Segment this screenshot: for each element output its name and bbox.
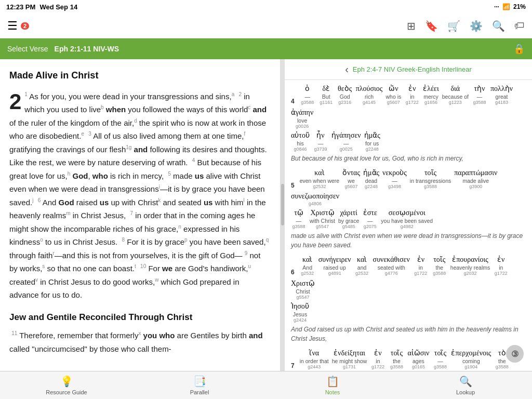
strongs: g2032 bbox=[464, 271, 477, 276]
back-button[interactable]: ‹ bbox=[345, 63, 349, 75]
english-trans: his bbox=[297, 140, 303, 147]
greek-text: καὶ bbox=[302, 255, 312, 264]
strongs: g4982 bbox=[401, 224, 414, 229]
scroll-indicator-button[interactable]: ③ bbox=[506, 345, 524, 363]
english-trans: in bbox=[499, 264, 503, 271]
greek-text: ὄντας bbox=[342, 168, 360, 177]
tab-resource-guide[interactable]: 💡 Resource Guide bbox=[0, 371, 133, 399]
greek-text: ἦν bbox=[316, 131, 324, 140]
greek-text: τοῖς bbox=[434, 349, 446, 357]
english-trans: Christ bbox=[296, 288, 310, 295]
greek-line: τῷ—g3588 Χριστῷwith Christg5547 χάριτίby… bbox=[291, 208, 526, 229]
english-trans: love bbox=[297, 117, 307, 124]
greek-word: δὲButg1161 bbox=[318, 84, 334, 105]
library-icon[interactable]: ⊞ bbox=[407, 20, 416, 32]
wifi-icon: 📶 bbox=[502, 3, 510, 10]
cart-icon[interactable]: 🛒 bbox=[447, 20, 460, 32]
chapter-num: 2 bbox=[9, 91, 21, 113]
bookmark-icon[interactable]: 🔖 bbox=[425, 20, 438, 32]
english-trans: rich bbox=[365, 94, 374, 100]
greek-line: 4 ὁ—g3588 δὲButg1161 θεὸςGodg2316 πλούσι… bbox=[291, 84, 526, 129]
english-trans: raised up bbox=[324, 264, 346, 271]
greek-text: τὴν bbox=[474, 84, 485, 93]
scroll-thumb bbox=[281, 184, 284, 225]
greek-text: Ἰησοῦ bbox=[291, 302, 309, 311]
tab-notes-label: Notes bbox=[325, 389, 340, 395]
strongs: g1722 bbox=[414, 271, 427, 276]
status-date: Wed Sep 14 bbox=[39, 3, 77, 11]
greek-word: νεκροὺς—g3498 bbox=[382, 168, 407, 189]
greek-word: ἐνδείξηταιhe might showg1731 bbox=[332, 349, 367, 369]
parallel-icon: 📑 bbox=[193, 375, 206, 388]
strongs: g2443 bbox=[308, 364, 321, 369]
greek-line: 7 ἵναin order thatg2443 ἐνδείξηταιhe mig… bbox=[291, 349, 526, 369]
strongs: g1731 bbox=[343, 364, 356, 369]
tab-resource-guide-label: Resource Guide bbox=[46, 389, 87, 395]
tab-bar: 💡 Resource Guide 📑 Parallel 📋 Notes 🔍 Lo… bbox=[0, 371, 532, 399]
right-panel: ‹ Eph 2:4-7 NIV Greek-English Interlinea… bbox=[285, 59, 532, 371]
greek-word: καὶandg2532 bbox=[354, 255, 370, 276]
verse-selector[interactable]: Select Verse Eph 2:1-11 NIV-WS 🔒 bbox=[0, 38, 532, 59]
hamburger-menu[interactable]: ☰ bbox=[7, 19, 18, 33]
verse-label-5: 5 bbox=[291, 182, 295, 189]
nav-bar: ☰ 2 ⊞ 🔖 🛒 ⚙️ 🔍 🏷 bbox=[0, 14, 532, 38]
greek-text: ἐνδείξηται bbox=[334, 349, 365, 357]
greek-text: θεὸς bbox=[338, 84, 352, 93]
tab-parallel[interactable]: 📑 Parallel bbox=[133, 371, 266, 399]
strongs: g1161 bbox=[320, 100, 332, 105]
strongs: g5547 bbox=[297, 295, 310, 300]
status-left: 12:23 PM Wed Sep 14 bbox=[6, 3, 77, 11]
greek-word: ὁ—g3588 bbox=[300, 84, 315, 105]
english-trans: even when were bbox=[300, 178, 339, 184]
greek-text: σεσῳσμένοι bbox=[389, 208, 425, 217]
strongs: g1722 bbox=[371, 364, 384, 369]
english-trans: you have been saved bbox=[381, 218, 433, 224]
strongs: g3588 bbox=[301, 100, 314, 105]
strongs: g2532 bbox=[313, 184, 326, 189]
settings-icon[interactable]: ⚙️ bbox=[470, 20, 483, 32]
greek-text: νεκροὺς bbox=[382, 168, 407, 177]
english-trans: dead bbox=[365, 178, 377, 184]
english-trans: ages bbox=[413, 358, 424, 364]
greek-word: Χριστῷwith Christg5547 bbox=[310, 208, 335, 229]
greek-text: πλούσιος bbox=[356, 85, 383, 93]
greek-text: ἠγάπησεν bbox=[331, 131, 361, 140]
greek-text: συνεζωοποίησεν bbox=[291, 192, 339, 201]
greek-line: 5 καὶeven when wereg2532 ὄνταςweg5607 ἡμ… bbox=[291, 168, 526, 206]
strongs: g4891 bbox=[328, 271, 341, 276]
greek-word: πολλὴνgreatg4183 bbox=[490, 84, 513, 105]
greek-text: δὲ bbox=[322, 84, 330, 93]
english-trans: in bbox=[419, 264, 423, 271]
tab-lookup[interactable]: 🔍 Lookup bbox=[399, 371, 532, 399]
resource-guide-icon: 💡 bbox=[60, 375, 73, 388]
greek-word: τὴν—g3588 bbox=[472, 84, 487, 105]
strongs: g0025 bbox=[340, 147, 353, 152]
greek-word: ἐστε—g2075 bbox=[362, 208, 378, 229]
greek-text: αἰῶσιν bbox=[407, 349, 429, 357]
greek-word: ἦν—g3739 bbox=[313, 131, 328, 152]
english-trans: — bbox=[296, 218, 302, 224]
tab-notes[interactable]: 📋 Notes bbox=[266, 371, 399, 399]
search-icon[interactable]: 🔍 bbox=[492, 20, 505, 32]
strongs: g5607 bbox=[345, 184, 358, 189]
english-trans: Jesus bbox=[293, 311, 307, 317]
tag-icon[interactable]: 🏷 bbox=[514, 20, 525, 32]
greek-text: ἡμᾶς bbox=[364, 131, 380, 140]
english-trans: But bbox=[322, 94, 330, 100]
english-trans: he might show bbox=[332, 358, 367, 364]
greek-word: ἐνing1722 bbox=[370, 349, 385, 369]
strongs: g2424 bbox=[294, 317, 307, 323]
greek-word: ἐπερχομένοιςcomingg1904 bbox=[451, 349, 491, 369]
greek-word: ὤνwho isg5607 bbox=[385, 84, 401, 105]
greek-text: χάριτί bbox=[340, 209, 357, 217]
strongs: g5547 bbox=[316, 224, 329, 229]
strongs: g3588 bbox=[424, 184, 437, 189]
greek-text: ἐν bbox=[408, 84, 416, 93]
greek-text: καὶ bbox=[314, 168, 324, 177]
strongs: g3588 bbox=[473, 100, 486, 105]
english-trans: in transgressions bbox=[410, 178, 451, 184]
strongs: g3588 bbox=[434, 364, 447, 369]
english-trans: — bbox=[367, 218, 373, 224]
verse-selector-ref: Eph 2:1-11 NIV-WS bbox=[55, 45, 119, 53]
strongs: g1656 bbox=[424, 100, 437, 105]
